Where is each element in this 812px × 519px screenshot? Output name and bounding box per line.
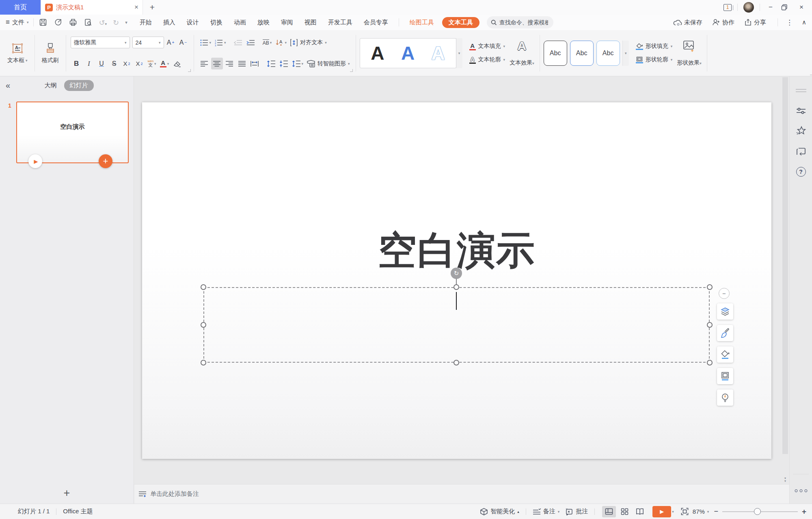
reading-view-button[interactable]: [633, 506, 647, 517]
add-slide-button[interactable]: +: [64, 487, 70, 500]
shape-style-2[interactable]: Abc: [570, 41, 594, 66]
help-button[interactable]: ?: [790, 162, 812, 182]
text-outline-button[interactable]: A 文本轮廓 ▾: [468, 54, 507, 66]
group-expand-corner[interactable]: [188, 69, 191, 72]
subscript-button[interactable]: X2: [134, 58, 145, 69]
tab-text-tools[interactable]: 文本工具: [442, 17, 479, 28]
group-expand-corner[interactable]: [350, 69, 353, 72]
wordart-style-3[interactable]: A: [432, 42, 445, 64]
decrease-line-spacing-button[interactable]: [278, 58, 290, 69]
handle-top-right[interactable]: [707, 284, 713, 290]
shape-style-3[interactable]: Abc: [596, 41, 620, 66]
character-spacing-button[interactable]: A ▾: [274, 37, 288, 48]
animation-pane-button[interactable]: [790, 141, 812, 162]
align-center-button[interactable]: [211, 58, 223, 69]
zoom-slider[interactable]: [722, 511, 798, 512]
zoom-slider-thumb[interactable]: [754, 508, 761, 515]
avatar[interactable]: [743, 2, 754, 13]
notes-button[interactable]: 备注 ▾: [533, 508, 560, 515]
handle-bottom-right[interactable]: [707, 360, 713, 365]
search-box[interactable]: [487, 16, 553, 28]
increase-font-button[interactable]: A+: [165, 37, 177, 48]
font-name-select[interactable]: 微软雅黑 ▾: [71, 37, 130, 48]
text-effect-button[interactable]: A 文本效果▾: [508, 38, 536, 68]
search-input[interactable]: [499, 19, 548, 26]
font-color-button[interactable]: A ▾: [159, 58, 171, 69]
menu-review[interactable]: 审阅: [275, 19, 299, 26]
collapse-ribbon-icon[interactable]: ∧: [802, 19, 806, 26]
new-slide-button[interactable]: +: [99, 154, 112, 168]
quick-fill-button[interactable]: [717, 346, 733, 363]
tab-drawing-tools[interactable]: 绘图工具: [407, 19, 436, 26]
recommend-button[interactable]: [717, 389, 733, 406]
slide-thumbnail[interactable]: 空白演示 ▶ +: [16, 102, 129, 163]
format-painter-button[interactable]: 格式刷: [39, 41, 62, 66]
shape-outline-button[interactable]: 形状轮廓 ▾: [635, 54, 674, 66]
text-direction-button[interactable]: AB ▾: [261, 37, 273, 48]
menu-insert[interactable]: 插入: [158, 19, 181, 26]
slide-sorter-view-button[interactable]: [618, 506, 631, 517]
tab-outline[interactable]: 大纲: [45, 82, 57, 89]
menu-member[interactable]: 会员专享: [358, 19, 394, 26]
scrollbar-thumb[interactable]: [782, 77, 788, 454]
rotate-handle[interactable]: ↻: [451, 268, 462, 279]
increase-indent-button[interactable]: [245, 37, 257, 48]
normal-view-button[interactable]: [602, 506, 616, 517]
handle-top-left[interactable]: [201, 284, 206, 290]
wordart-style-1[interactable]: A: [371, 42, 384, 64]
window-list-icon[interactable]: 1: [723, 4, 732, 11]
zoom-in-button[interactable]: +: [802, 507, 806, 516]
font-size-select[interactable]: 24 ▾: [132, 37, 164, 48]
menu-slideshow[interactable]: 放映: [252, 19, 275, 26]
tab-slides[interactable]: 幻灯片: [64, 80, 94, 91]
text-fill-button[interactable]: A 文本填充 ▾: [468, 41, 507, 52]
handle-mid-right[interactable]: [707, 322, 713, 328]
handle-top-center[interactable]: [454, 284, 459, 290]
collapse-panel-icon[interactable]: «: [6, 81, 10, 90]
share-button[interactable]: 分享: [741, 19, 769, 26]
wordart-style-2[interactable]: A: [401, 42, 415, 64]
shape-style-1[interactable]: Abc: [544, 41, 567, 66]
textbox-button[interactable]: A 文本框▾: [4, 41, 31, 66]
style-brush-button[interactable]: [717, 325, 733, 341]
play-from-slide-button[interactable]: ▶: [28, 154, 42, 168]
save-status[interactable]: 未保存: [670, 19, 706, 26]
underline-button[interactable]: U: [96, 58, 108, 69]
decrease-font-button[interactable]: A−: [177, 37, 189, 48]
export-button[interactable]: [54, 18, 63, 27]
layer-order-button[interactable]: [717, 303, 733, 320]
align-left-button[interactable]: [199, 58, 210, 69]
clear-format-button[interactable]: [171, 58, 183, 69]
menu-design[interactable]: 设计: [181, 19, 205, 26]
more-tools-button[interactable]: [795, 489, 807, 492]
properties-button[interactable]: [790, 101, 812, 121]
zoom-level[interactable]: 87% ▾: [693, 508, 709, 515]
align-right-button[interactable]: [224, 58, 235, 69]
handle-mid-left[interactable]: [201, 322, 206, 328]
shape-effect-button[interactable]: 形状效果▾: [675, 38, 703, 68]
numbered-list-button[interactable]: 123 ▾: [213, 37, 227, 48]
strikethrough-button[interactable]: S: [108, 58, 120, 69]
customize-toolbar-icon[interactable]: ▾: [125, 20, 127, 25]
group-expand-corner[interactable]: [810, 72, 812, 75]
smart-graphic-button[interactable]: 转智能图形 ▾: [305, 58, 351, 69]
print-preview-button[interactable]: [84, 18, 93, 27]
panel-grip[interactable]: [790, 80, 812, 101]
distribute-button[interactable]: [249, 58, 261, 69]
shape-style-more[interactable]: ▾: [622, 41, 629, 66]
justify-button[interactable]: [236, 58, 248, 69]
menu-view[interactable]: 视图: [299, 19, 322, 26]
menu-developer[interactable]: 开发工具: [322, 19, 358, 26]
phonetic-guide-button[interactable]: wén文 ▾: [146, 58, 158, 69]
handle-bottom-left[interactable]: [201, 360, 206, 365]
increase-line-spacing-button[interactable]: [266, 58, 277, 69]
slideshow-play-button[interactable]: ▶: [652, 506, 671, 517]
zoom-out-button[interactable]: −: [714, 507, 718, 516]
quick-outline-button[interactable]: [717, 368, 733, 384]
document-tab[interactable]: P 演示文稿1 ×: [41, 0, 143, 15]
close-window-button[interactable]: ×: [797, 3, 806, 11]
restore-button[interactable]: [781, 4, 791, 11]
redo-icon[interactable]: ↻: [113, 18, 119, 27]
notes-bar[interactable]: 单击此处添加备注: [134, 484, 789, 504]
menu-transition[interactable]: 切换: [205, 19, 228, 26]
